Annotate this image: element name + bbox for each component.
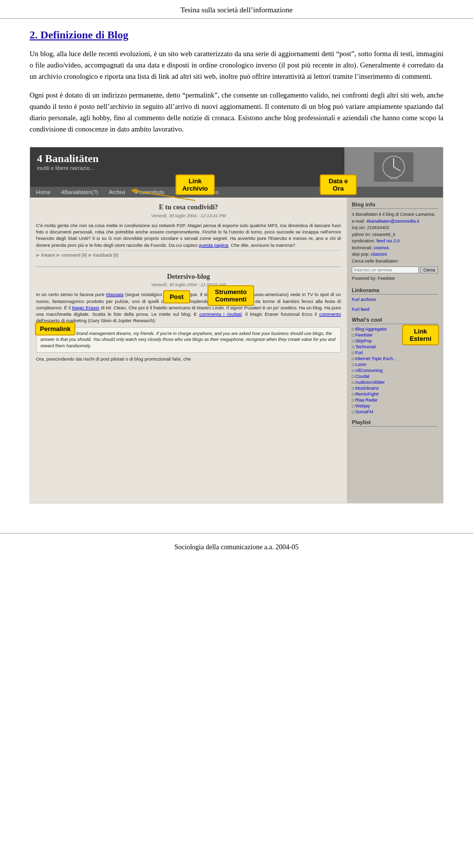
cosmos-link[interactable]: cosmos [374,245,389,250]
post-title-1: E tu cosa condividi? [36,202,341,212]
post-title-2: Detersivo-blog [36,272,341,282]
cool-link-4[interactable]: Furl [355,350,363,355]
header-title: Tesina sulla società dell’informazione [180,6,293,14]
sidebar-blog-info-text: 4 Banalitaten è il blog di Cesare Lamann… [352,211,438,265]
cool-link-2[interactable]: SkipPop [355,338,372,343]
quote-box: This is the stuff of brand management dr… [36,327,341,353]
blog-header: 4 Banalitäten inutili e libere narrazio.… [30,147,443,187]
blog-subtitle: inutili e libere narrazio... [37,165,338,171]
nav-home[interactable]: Home [35,187,51,198]
post-date-1: Venerdì, 30 luglio 2004 - 12:13:41 PM [36,213,341,219]
linkorama-title: Linkorama [352,287,438,295]
blog-sidebar: Blog info 4 Banalitaten è il blog di Ces… [347,198,443,503]
nav-powershots[interactable]: Powershots [135,187,165,198]
post-block-1: E tu cosa condividi? Venerdì, 30 luglio … [36,202,341,259]
blog-screenshot-wrapper: 4 Banalitäten inutili e libere narrazio.… [30,147,443,503]
blog-title: 4 Banalitäten [37,152,338,165]
questa-pagina-link[interactable]: questa pagina [199,242,229,248]
nav-rss[interactable]: RSS for Dummies [174,187,219,198]
playlist-title: Playlist [352,419,438,427]
sidebar-email[interactable]: 4banalitaten@zeromedia.it [367,219,419,224]
cool-link-1[interactable]: Feedster [355,333,373,337]
search-button[interactable]: Cerca [420,267,438,273]
page-header: Tesina sulla società dell’informazione [0,0,473,19]
nav-banalitaten[interactable]: 4Banalitaten(?) [60,187,99,198]
post-date-2: Venerdì, 30 luglio 2004 - 11:50:01 AM [36,282,341,288]
post-block-2: Detersivo-blog Venerdì, 30 luglio 2004 -… [36,272,341,362]
cool-link-6[interactable]: Loom [355,362,367,367]
search-input[interactable] [352,267,419,273]
page-footer: Sociologia della comunicazione a.a. 2004… [0,533,473,561]
cool-link-9[interactable]: Audioscrobbler [355,380,385,385]
sidebar-blog-info-title: Blog info [352,201,438,209]
blog-header-left: 4 Banalitäten inutili e libere narrazio.… [30,147,344,187]
main-content: 2. Definizione di Blog Un blog, alla luc… [0,19,473,523]
feed-rss-link[interactable]: feed rss 2.0 [376,238,400,243]
cool-link-0[interactable]: Blog Aggregator [355,327,387,332]
cool-link-5[interactable]: Internet Topic Exch... [355,356,397,361]
citazioni-link[interactable]: citazioni [371,252,387,257]
furl-archivio-link[interactable]: Furl archivio [352,297,438,302]
svg-text:97728: 97728 [390,177,398,180]
whats-cool-title: What's cool [352,317,438,324]
furl-feed-link[interactable]: Furl feed [352,307,438,312]
massaia-link[interactable]: Massaia [106,292,123,297]
section-title: 2. Definizione di Blog [30,29,443,41]
sidebar-search: Cerca [352,267,438,273]
post-separator [36,267,341,267]
paragraph2: Ogni post è dotato di un indirizzo perma… [30,90,443,135]
post-footer-1: ⊳ linkami ⊳ commenti [9] ⊳ trackback [0] [36,250,341,259]
post-text-2: In un certo senso lo faceva pure Massaia… [36,291,341,324]
post-text-1: C'è molta gente che non sa cosa mette in… [36,222,341,248]
paragraph1: Un blog, alla luce delle recenti evoluzi… [30,48,443,83]
commenta-link[interactable]: commenta i risultati [199,311,241,317]
blog-header-right: 97728 [344,147,443,187]
blog-simulation: 4 Banalitäten inutili e libere narrazio.… [30,147,443,503]
post-text-2b: Ora, prescindendo dai rischi di post pil… [36,356,341,362]
cool-link-10[interactable]: Musicbrainz [355,386,379,391]
blog-posts: E tu cosa condividi? Venerdì, 30 luglio … [30,198,347,503]
cool-link-8[interactable]: Coudal [355,374,370,379]
magic-eraser-link[interactable]: Magic Eraser [72,305,100,310]
blog-nav: Home 4Banalitaten(?) Archivi Powershots … [30,187,443,198]
commento-link[interactable]: commento [319,311,341,317]
cool-link-12[interactable]: Riaa Radar [355,398,378,402]
nav-archivi[interactable]: Archivi [108,187,126,198]
footer-text: Sociologia della comunicazione a.a. 2004… [174,543,299,551]
cool-link-11[interactable]: RemixFight! [355,392,379,397]
furl-links: Furl archivio Furl feed [352,297,438,312]
cool-links-list: Blog Aggregator Feedster SkipPop Technor… [352,327,438,414]
powered-by: Powered by: Feedster [352,275,438,282]
cool-link-13[interactable]: Webjay [355,403,370,408]
cool-link-14[interactable]: SomaFM [355,409,373,414]
cool-link-7[interactable]: AllConsuming [355,368,383,373]
cool-link-3[interactable]: Technorati [355,344,376,349]
blog-content-area: E tu cosa condividi? Venerdì, 30 luglio … [30,198,443,503]
